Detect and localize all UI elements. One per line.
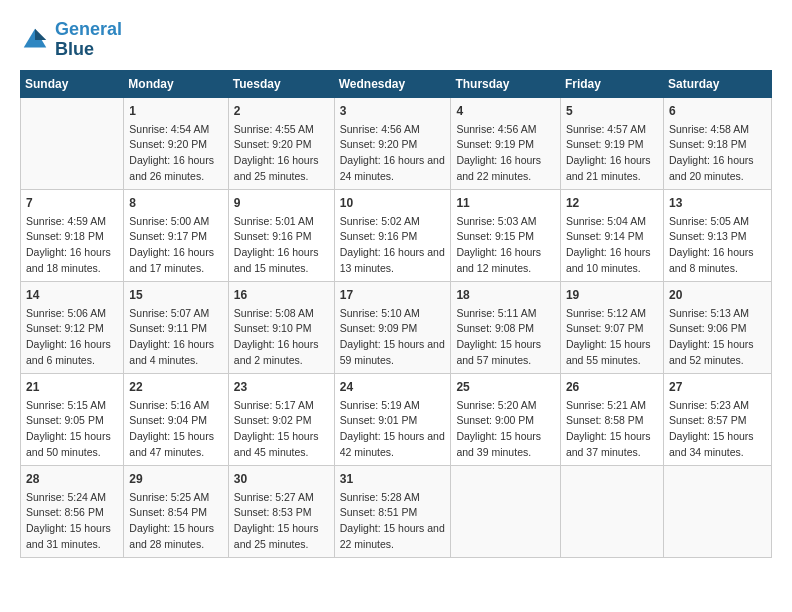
daylight-text: Daylight: 16 hours and 25 minutes. (234, 153, 329, 185)
sunrise-text: Sunrise: 5:13 AM (669, 306, 766, 322)
column-header-friday: Friday (560, 70, 663, 97)
calendar-cell: 16Sunrise: 5:08 AMSunset: 9:10 PMDayligh… (228, 281, 334, 373)
column-header-tuesday: Tuesday (228, 70, 334, 97)
calendar-header-row: SundayMondayTuesdayWednesdayThursdayFrid… (21, 70, 772, 97)
sunrise-text: Sunrise: 4:57 AM (566, 122, 658, 138)
daylight-text: Daylight: 15 hours and 25 minutes. (234, 521, 329, 553)
calendar-cell: 17Sunrise: 5:10 AMSunset: 9:09 PMDayligh… (334, 281, 451, 373)
daylight-text: Daylight: 16 hours and 21 minutes. (566, 153, 658, 185)
calendar-cell: 26Sunrise: 5:21 AMSunset: 8:58 PMDayligh… (560, 373, 663, 465)
day-number: 17 (340, 286, 446, 304)
day-number: 24 (340, 378, 446, 396)
day-number: 19 (566, 286, 658, 304)
daylight-text: Daylight: 15 hours and 52 minutes. (669, 337, 766, 369)
sunrise-text: Sunrise: 5:08 AM (234, 306, 329, 322)
calendar-cell: 11Sunrise: 5:03 AMSunset: 9:15 PMDayligh… (451, 189, 561, 281)
sunset-text: Sunset: 9:09 PM (340, 321, 446, 337)
calendar-cell: 21Sunrise: 5:15 AMSunset: 9:05 PMDayligh… (21, 373, 124, 465)
sunrise-text: Sunrise: 4:56 AM (340, 122, 446, 138)
calendar-cell: 24Sunrise: 5:19 AMSunset: 9:01 PMDayligh… (334, 373, 451, 465)
sunrise-text: Sunrise: 5:05 AM (669, 214, 766, 230)
sunrise-text: Sunrise: 5:27 AM (234, 490, 329, 506)
sunset-text: Sunset: 9:11 PM (129, 321, 222, 337)
sunrise-text: Sunrise: 5:17 AM (234, 398, 329, 414)
daylight-text: Daylight: 15 hours and 55 minutes. (566, 337, 658, 369)
calendar-cell: 14Sunrise: 5:06 AMSunset: 9:12 PMDayligh… (21, 281, 124, 373)
logo: General Blue (20, 20, 122, 60)
calendar-cell: 6Sunrise: 4:58 AMSunset: 9:18 PMDaylight… (663, 97, 771, 189)
sunrise-text: Sunrise: 5:03 AM (456, 214, 555, 230)
logo-blue: Blue (55, 40, 122, 60)
calendar-cell: 28Sunrise: 5:24 AMSunset: 8:56 PMDayligh… (21, 465, 124, 557)
daylight-text: Daylight: 15 hours and 22 minutes. (340, 521, 446, 553)
sunrise-text: Sunrise: 5:21 AM (566, 398, 658, 414)
day-number: 12 (566, 194, 658, 212)
sunset-text: Sunset: 9:15 PM (456, 229, 555, 245)
day-number: 11 (456, 194, 555, 212)
sunrise-text: Sunrise: 5:15 AM (26, 398, 118, 414)
calendar-cell (21, 97, 124, 189)
sunset-text: Sunset: 8:56 PM (26, 505, 118, 521)
calendar-cell: 13Sunrise: 5:05 AMSunset: 9:13 PMDayligh… (663, 189, 771, 281)
sunrise-text: Sunrise: 4:55 AM (234, 122, 329, 138)
daylight-text: Daylight: 15 hours and 39 minutes. (456, 429, 555, 461)
sunset-text: Sunset: 9:16 PM (234, 229, 329, 245)
day-number: 8 (129, 194, 222, 212)
page-header: General Blue (20, 20, 772, 60)
logo-icon (20, 25, 50, 55)
daylight-text: Daylight: 15 hours and 37 minutes. (566, 429, 658, 461)
calendar-cell: 1Sunrise: 4:54 AMSunset: 9:20 PMDaylight… (124, 97, 228, 189)
day-number: 29 (129, 470, 222, 488)
day-number: 6 (669, 102, 766, 120)
daylight-text: Daylight: 16 hours and 12 minutes. (456, 245, 555, 277)
sunset-text: Sunset: 9:01 PM (340, 413, 446, 429)
calendar-cell: 23Sunrise: 5:17 AMSunset: 9:02 PMDayligh… (228, 373, 334, 465)
sunset-text: Sunset: 9:07 PM (566, 321, 658, 337)
sunset-text: Sunset: 9:12 PM (26, 321, 118, 337)
daylight-text: Daylight: 15 hours and 47 minutes. (129, 429, 222, 461)
sunrise-text: Sunrise: 5:16 AM (129, 398, 222, 414)
sunset-text: Sunset: 9:16 PM (340, 229, 446, 245)
sunset-text: Sunset: 9:05 PM (26, 413, 118, 429)
sunset-text: Sunset: 8:53 PM (234, 505, 329, 521)
daylight-text: Daylight: 16 hours and 13 minutes. (340, 245, 446, 277)
calendar-week-2: 7Sunrise: 4:59 AMSunset: 9:18 PMDaylight… (21, 189, 772, 281)
calendar-cell: 7Sunrise: 4:59 AMSunset: 9:18 PMDaylight… (21, 189, 124, 281)
calendar-cell: 22Sunrise: 5:16 AMSunset: 9:04 PMDayligh… (124, 373, 228, 465)
daylight-text: Daylight: 16 hours and 17 minutes. (129, 245, 222, 277)
daylight-text: Daylight: 16 hours and 20 minutes. (669, 153, 766, 185)
daylight-text: Daylight: 16 hours and 2 minutes. (234, 337, 329, 369)
day-number: 18 (456, 286, 555, 304)
sunrise-text: Sunrise: 5:11 AM (456, 306, 555, 322)
sunset-text: Sunset: 8:51 PM (340, 505, 446, 521)
sunset-text: Sunset: 9:20 PM (129, 137, 222, 153)
day-number: 30 (234, 470, 329, 488)
calendar-cell: 18Sunrise: 5:11 AMSunset: 9:08 PMDayligh… (451, 281, 561, 373)
sunrise-text: Sunrise: 5:10 AM (340, 306, 446, 322)
day-number: 7 (26, 194, 118, 212)
daylight-text: Daylight: 16 hours and 8 minutes. (669, 245, 766, 277)
sunset-text: Sunset: 9:13 PM (669, 229, 766, 245)
daylight-text: Daylight: 15 hours and 42 minutes. (340, 429, 446, 461)
daylight-text: Daylight: 15 hours and 50 minutes. (26, 429, 118, 461)
sunrise-text: Sunrise: 4:59 AM (26, 214, 118, 230)
daylight-text: Daylight: 15 hours and 57 minutes. (456, 337, 555, 369)
calendar-cell (451, 465, 561, 557)
column-header-saturday: Saturday (663, 70, 771, 97)
day-number: 28 (26, 470, 118, 488)
sunset-text: Sunset: 9:08 PM (456, 321, 555, 337)
sunrise-text: Sunrise: 5:24 AM (26, 490, 118, 506)
day-number: 9 (234, 194, 329, 212)
daylight-text: Daylight: 16 hours and 10 minutes. (566, 245, 658, 277)
sunset-text: Sunset: 9:19 PM (566, 137, 658, 153)
sunset-text: Sunset: 9:02 PM (234, 413, 329, 429)
sunrise-text: Sunrise: 5:02 AM (340, 214, 446, 230)
sunset-text: Sunset: 9:18 PM (669, 137, 766, 153)
day-number: 14 (26, 286, 118, 304)
sunrise-text: Sunrise: 5:19 AM (340, 398, 446, 414)
day-number: 26 (566, 378, 658, 396)
sunset-text: Sunset: 9:04 PM (129, 413, 222, 429)
column-header-thursday: Thursday (451, 70, 561, 97)
calendar-cell: 20Sunrise: 5:13 AMSunset: 9:06 PMDayligh… (663, 281, 771, 373)
day-number: 27 (669, 378, 766, 396)
